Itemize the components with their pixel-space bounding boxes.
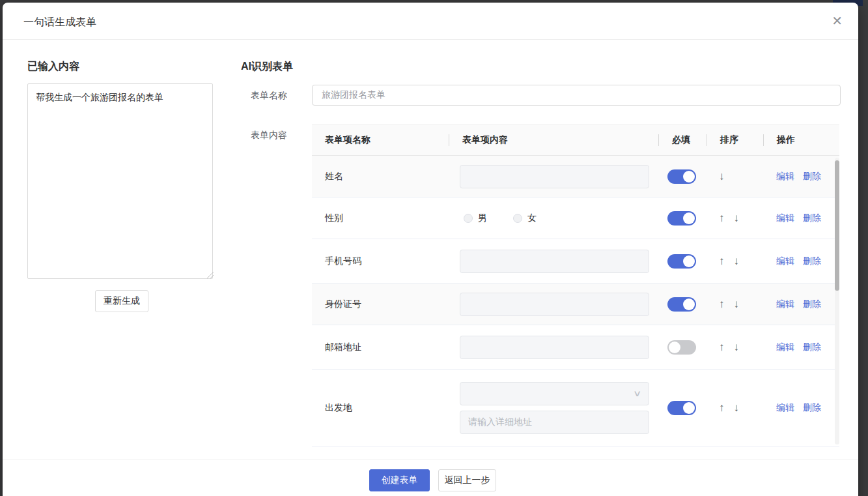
edit-link[interactable]: 编辑 — [776, 402, 794, 414]
field-content-cell — [449, 336, 659, 359]
move-up-icon[interactable]: ↑ — [719, 299, 725, 310]
required-toggle[interactable] — [667, 169, 696, 184]
required-toggle[interactable] — [667, 211, 696, 226]
actions-cell: 编辑删除 — [764, 402, 839, 414]
table-row: 手机号码↑↓编辑删除 — [312, 239, 839, 284]
required-cell — [659, 254, 707, 269]
table-row: 出发地∨请输入详细地址↑↓编辑删除 — [312, 370, 839, 446]
move-down-icon[interactable]: ↓ — [734, 342, 740, 353]
table-header-row: 表单项名称 表单项内容 必填 排序 操作 — [312, 124, 839, 156]
move-down-icon[interactable]: ↓ — [734, 212, 740, 224]
field-text-input[interactable] — [460, 165, 649, 188]
required-cell — [659, 401, 707, 415]
prompt-textarea[interactable]: 帮我生成一个旅游团报名的表单 — [27, 83, 213, 279]
field-content-cell — [449, 250, 659, 273]
move-up-icon[interactable]: ↑ — [719, 255, 725, 267]
required-cell — [659, 297, 707, 312]
field-name-label: 出发地 — [312, 402, 449, 414]
back-button[interactable]: 返回上一步 — [438, 469, 496, 491]
col-header-actions: 操作 — [764, 134, 839, 146]
toggle-knob-icon — [683, 402, 695, 414]
modal-footer: 创建表单 返回上一步 — [3, 460, 858, 496]
sort-cell: ↑↓ — [707, 342, 764, 353]
radio-option-label: 男 — [478, 212, 487, 224]
modal-header: 一句话生成表单 ✕ — [3, 3, 858, 40]
edit-link[interactable]: 编辑 — [776, 255, 794, 267]
address-inputs: ∨请输入详细地址 — [460, 382, 649, 434]
col-header-field-name: 表单项名称 — [312, 134, 449, 146]
toggle-knob-icon — [683, 299, 695, 310]
move-up-icon[interactable]: ↑ — [719, 212, 725, 224]
modal-title: 一句话生成表单 — [23, 16, 96, 29]
table-body: 姓名↓编辑删除性别男女↑↓编辑删除手机号码↑↓编辑删除身份证号↑↓编辑删除邮箱地… — [312, 156, 839, 446]
toggle-knob-icon — [683, 171, 695, 182]
table-row: 身份证号↑↓编辑删除 — [312, 284, 839, 325]
sort-cell: ↑↓ — [707, 299, 764, 310]
chevron-down-icon: ∨ — [634, 388, 642, 398]
delete-link[interactable]: 删除 — [803, 212, 821, 224]
table-row: 性别男女↑↓编辑删除 — [312, 197, 839, 239]
required-cell — [659, 340, 707, 355]
actions-cell: 编辑删除 — [764, 212, 839, 224]
radio-option[interactable]: 女 — [513, 212, 537, 224]
create-form-button[interactable]: 创建表单 — [369, 469, 430, 491]
delete-link[interactable]: 删除 — [803, 255, 821, 267]
move-down-icon[interactable]: ↓ — [719, 171, 725, 182]
col-header-sort: 排序 — [707, 134, 764, 146]
sort-cell: ↑↓ — [707, 212, 764, 224]
delete-link[interactable]: 删除 — [803, 402, 821, 414]
region-select[interactable]: ∨ — [460, 382, 649, 405]
delete-link[interactable]: 删除 — [803, 299, 821, 310]
delete-link[interactable]: 删除 — [803, 342, 821, 353]
required-toggle[interactable] — [667, 297, 696, 312]
actions-cell: 编辑删除 — [764, 255, 839, 267]
field-content-cell — [449, 293, 659, 316]
close-icon[interactable]: ✕ — [832, 14, 843, 27]
table-scrollbar-thumb[interactable] — [835, 160, 839, 291]
form-fields-table: 表单项名称 表单项内容 必填 排序 操作 姓名↓编辑删除性别男女↑↓编辑删除手机… — [312, 124, 839, 446]
field-content-cell: ∨请输入详细地址 — [449, 382, 659, 434]
field-content-cell — [449, 165, 659, 188]
field-text-input[interactable] — [460, 250, 649, 273]
radio-button-icon[interactable] — [513, 214, 522, 223]
move-down-icon[interactable]: ↓ — [734, 299, 740, 310]
field-text-input[interactable] — [460, 336, 649, 359]
field-name-label: 性别 — [312, 212, 449, 224]
detail-address-input[interactable]: 请输入详细地址 — [460, 411, 649, 434]
form-name-label: 表单名称 — [251, 90, 287, 102]
table-scrollbar[interactable] — [835, 158, 839, 445]
required-toggle[interactable] — [667, 340, 696, 355]
toggle-knob-icon — [683, 212, 695, 224]
form-name-input[interactable] — [312, 85, 841, 106]
required-cell — [659, 211, 707, 226]
table-row: 邮箱地址↑↓编辑删除 — [312, 325, 839, 370]
required-toggle[interactable] — [667, 401, 696, 415]
delete-link[interactable]: 删除 — [803, 171, 821, 182]
move-up-icon[interactable]: ↑ — [719, 402, 725, 413]
field-text-input[interactable] — [460, 293, 649, 316]
col-header-required: 必填 — [659, 134, 707, 146]
sort-cell: ↑↓ — [707, 402, 764, 413]
field-name-label: 邮箱地址 — [312, 342, 449, 353]
move-down-icon[interactable]: ↓ — [734, 402, 740, 413]
edit-link[interactable]: 编辑 — [776, 299, 794, 310]
edit-link[interactable]: 编辑 — [776, 171, 794, 182]
radio-option[interactable]: 男 — [464, 212, 487, 224]
radio-button-icon[interactable] — [464, 214, 473, 223]
field-name-label: 姓名 — [312, 171, 449, 182]
move-up-icon[interactable]: ↑ — [719, 342, 725, 353]
required-toggle[interactable] — [667, 254, 696, 269]
required-cell — [659, 169, 707, 184]
regenerate-button[interactable]: 重新生成 — [95, 290, 148, 312]
actions-cell: 编辑删除 — [764, 342, 839, 353]
input-panel-heading: 已输入内容 — [27, 60, 79, 74]
move-down-icon[interactable]: ↓ — [734, 255, 740, 267]
col-header-field-content: 表单项内容 — [449, 134, 659, 146]
toggle-knob-icon — [683, 255, 695, 267]
generate-form-modal: 一句话生成表单 ✕ 已输入内容 帮我生成一个旅游团报名的表单 重新生成 AI识别… — [3, 3, 858, 496]
sort-cell: ↓ — [707, 171, 764, 182]
edit-link[interactable]: 编辑 — [776, 212, 794, 224]
edit-link[interactable]: 编辑 — [776, 342, 794, 353]
field-content-cell: 男女 — [449, 212, 659, 224]
field-name-label: 身份证号 — [312, 299, 449, 310]
